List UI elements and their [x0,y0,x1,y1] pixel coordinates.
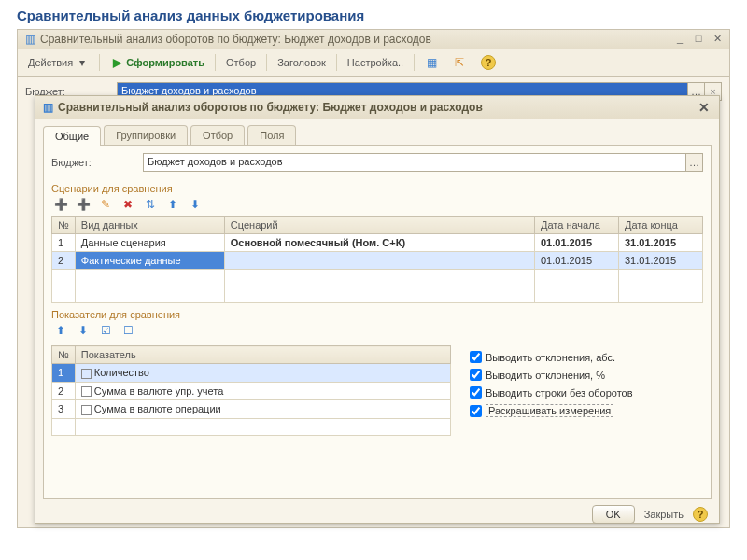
tab-general[interactable]: Общие [43,126,101,146]
col-end[interactable]: Дата конца [619,217,703,234]
move-down-button[interactable]: ⬇ [186,196,204,213]
chk-colorize[interactable] [470,405,482,417]
toolbar-icon-1[interactable]: ▦ [418,53,444,72]
dialog-title: Сравнительный анализ оборотов по бюджету… [58,101,695,114]
indicators-table[interactable]: № Показатель 1 Количество 2 Сумма [51,345,451,436]
ind-uncheck-all[interactable]: ☐ [119,322,137,339]
indicators-section-label: Показатели для сравнения [51,309,703,320]
table-row[interactable]: 2 Фактические данные 01.01.2015 31.01.20… [52,252,703,270]
chk-abs[interactable] [470,351,482,363]
tab-grouping[interactable]: Группировки [104,125,188,145]
chk-pct[interactable] [470,369,482,381]
delete-icon: ✖ [121,198,134,211]
export-icon: ⇱ [453,56,466,69]
col-ind-n[interactable]: № [52,346,76,364]
window-titlebar: ▥ Сравнительный анализ оборотов по бюдже… [18,30,729,49]
filter-button[interactable]: Отбор [219,54,262,71]
table-row[interactable]: 2 Сумма в валюте упр. учета [52,382,451,400]
maximize-button[interactable]: □ [692,33,705,46]
settings-button[interactable]: Настройка.. [341,54,410,71]
table-row[interactable]: 1 Количество [52,364,451,383]
arrow-up-icon: ⬆ [54,324,67,337]
chk-noturn[interactable] [470,386,482,399]
settings-dialog: ▥ Сравнительный анализ оборотов по бюдже… [35,95,720,524]
pencil-icon: ✎ [99,198,112,211]
chk-abs-label: Выводить отклонения, абс. [486,352,615,363]
plus-icon: ➕ [54,198,67,211]
page-title: Сравнительный анализ данных бюджетирован… [0,0,747,29]
ind-check-all[interactable]: ☑ [96,322,115,339]
help-icon: ? [481,55,496,70]
tab-body-general: Бюджет: Бюджет доходов и расходов … Сцен… [43,145,712,499]
close-button[interactable]: ✕ [711,33,724,46]
scenarios-section-label: Сценарии для сравнения [51,183,703,194]
edit-row-button[interactable]: ✎ [96,196,115,213]
indicators-toolbar: ⬆ ⬇ ☑ ☐ [51,322,703,342]
col-start[interactable]: Дата начала [535,217,619,234]
sort-icon: ⇅ [144,198,157,211]
chk-colorize-label: Раскрашивать измерения [486,404,613,417]
sort-button[interactable]: ⇅ [141,196,160,213]
table-row[interactable]: 3 Сумма в валюте операции [52,400,451,419]
ind-move-up[interactable]: ⬆ [51,322,70,339]
table-row[interactable] [52,270,703,303]
minimize-button[interactable]: _ [673,33,686,46]
header-button[interactable]: Заголовок [271,54,332,71]
tab-fields[interactable]: Поля [247,125,296,145]
col-ind-label[interactable]: Показатель [75,346,450,364]
tabs: Общие Группировки Отбор Поля [35,119,719,145]
checkbox[interactable] [81,386,92,397]
table-row[interactable] [52,418,451,435]
dialog-lookup-button[interactable]: … [685,154,702,171]
insert-row-button[interactable]: ➕ [74,196,92,213]
arrow-down-icon: ⬇ [189,198,202,211]
checkbox[interactable] [81,405,92,415]
dialog-budget-value: Бюджет доходов и расходов [144,154,685,171]
chart-icon: ▥ [23,33,36,46]
table-row[interactable]: 1 Данные сценария Основной помесячный (Н… [52,234,703,252]
add-row-button[interactable]: ➕ [51,196,70,213]
checkbox[interactable] [81,369,92,379]
scenarios-table[interactable]: № Вид данных Сценарий Дата начала Дата к… [51,216,703,303]
dialog-titlebar: ▥ Сравнительный анализ оборотов по бюдже… [35,96,719,119]
help-icon[interactable]: ? [693,507,708,522]
play-icon: ▶ [110,56,123,69]
scenarios-toolbar: ➕ ➕ ✎ ✖ ⇅ ⬆ ⬇ [51,196,703,216]
col-scenario[interactable]: Сценарий [224,217,534,234]
ind-move-down[interactable]: ⬇ [74,322,92,339]
check-all-icon: ☑ [99,324,112,337]
main-toolbar: Действия ▾ ▶ Сформировать Отбор Заголово… [18,49,729,77]
dialog-budget-label: Бюджет: [51,157,135,168]
actions-menu[interactable]: Действия ▾ [21,53,95,72]
grid-icon: ▦ [425,56,438,69]
move-up-button[interactable]: ⬆ [163,196,182,213]
tab-filter[interactable]: Отбор [190,125,245,145]
options-checks: Выводить отклонения, абс. Выводить откло… [470,345,703,417]
chk-noturn-label: Выводить строки без оборотов [486,387,633,399]
form-button[interactable]: ▶ Сформировать [104,53,211,72]
chart-icon: ▥ [41,101,54,114]
window-title: Сравнительный анализ оборотов по бюджету… [40,33,673,46]
arrow-up-icon: ⬆ [166,198,179,211]
arrow-down-icon: ⬇ [77,324,90,337]
uncheck-all-icon: ☐ [121,324,134,337]
col-n[interactable]: № [52,217,76,234]
close-link[interactable]: Закрыть [644,509,684,520]
col-kind[interactable]: Вид данных [75,217,224,234]
toolbar-icon-2[interactable]: ⇱ [446,53,472,72]
chevron-down-icon: ▾ [76,56,89,69]
dialog-footer: OK Закрыть ? [35,499,719,529]
dialog-budget-input[interactable]: Бюджет доходов и расходов … [143,153,703,172]
chk-pct-label: Выводить отклонения, % [486,370,605,381]
dialog-close-button[interactable]: ✕ [695,100,713,115]
delete-row-button[interactable]: ✖ [119,196,137,213]
help-button[interactable]: ? [474,52,502,73]
main-window: ▥ Сравнительный анализ оборотов по бюдже… [17,29,730,528]
ok-button[interactable]: OK [592,505,635,524]
plus-row-icon: ➕ [77,198,90,211]
